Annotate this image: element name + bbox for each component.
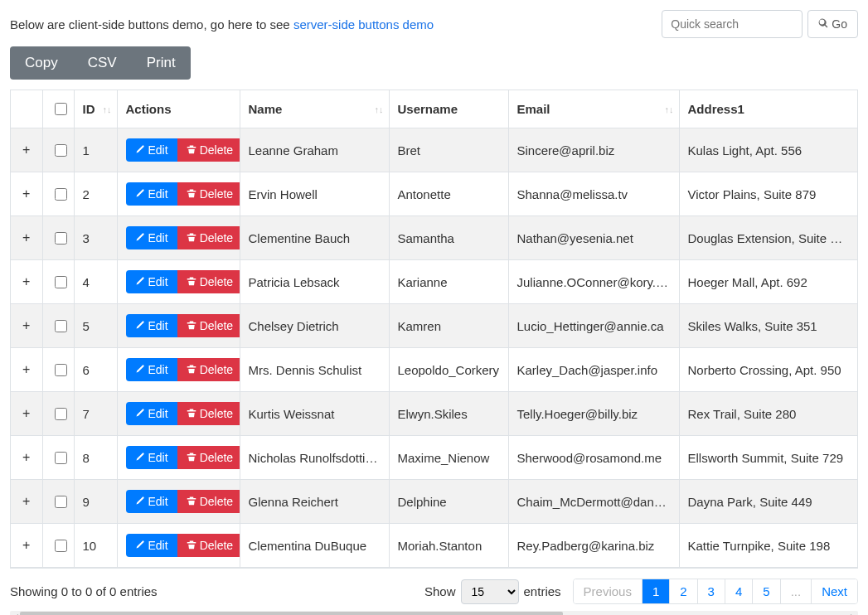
page-size-group: Show 15 entries: [424, 579, 561, 604]
edit-button[interactable]: Edit: [126, 358, 177, 381]
page-size-select[interactable]: 15: [461, 579, 519, 604]
expand-toggle[interactable]: +: [20, 538, 33, 553]
cell-address1: Kulas Light, Apt. 556: [679, 128, 857, 172]
cell-actions: EditDelete: [117, 348, 240, 392]
expand-toggle[interactable]: +: [20, 143, 33, 157]
cell-address1: Rex Trail, Suite 280: [679, 392, 857, 436]
delete-label: Delete: [200, 407, 233, 420]
col-name-header[interactable]: Name↑↓: [240, 90, 389, 128]
delete-button[interactable]: Delete: [177, 226, 240, 249]
scroll-left-icon[interactable]: ◀: [10, 611, 20, 615]
scroll-thumb[interactable]: [20, 612, 563, 615]
horizontal-scrollbar[interactable]: ◀ ▶: [10, 611, 858, 615]
cell-name: Chelsey Dietrich: [240, 304, 389, 348]
expand-toggle[interactable]: +: [20, 318, 33, 333]
pagination-page-4[interactable]: 4: [725, 579, 753, 603]
table-row: +8EditDeleteNicholas Runolfsdottir VMaxi…: [11, 436, 857, 480]
expand-toggle[interactable]: +: [20, 230, 33, 245]
edit-button[interactable]: Edit: [126, 138, 177, 162]
edit-button[interactable]: Edit: [126, 314, 177, 337]
edit-icon: [135, 539, 145, 552]
row-checkbox[interactable]: [55, 452, 67, 464]
cell-actions: EditDelete: [117, 436, 240, 480]
col-select-all-header[interactable]: [42, 90, 74, 128]
edit-icon: [135, 319, 145, 332]
delete-label: Delete: [200, 319, 233, 332]
go-button[interactable]: Go: [807, 10, 858, 38]
cell-name: Clementine Bauch: [240, 216, 389, 260]
delete-button[interactable]: Delete: [177, 182, 240, 206]
cell-actions: EditDelete: [117, 304, 240, 348]
expand-toggle[interactable]: +: [20, 406, 33, 421]
intro-link[interactable]: server-side buttons demo: [293, 17, 434, 31]
cell-actions: EditDelete: [117, 392, 240, 436]
copy-button[interactable]: Copy: [10, 46, 73, 80]
pagination-page-3[interactable]: 3: [698, 579, 725, 603]
intro-text: Below are client-side buttons demo, go h…: [10, 17, 434, 31]
cell-username: Samantha: [389, 216, 508, 260]
cell-username: Elwyn.Skiles: [389, 392, 508, 436]
row-checkbox[interactable]: [55, 232, 67, 245]
delete-button[interactable]: Delete: [177, 314, 240, 337]
edit-button[interactable]: Edit: [126, 226, 177, 249]
delete-button[interactable]: Delete: [177, 446, 240, 469]
table-row: +7EditDeleteKurtis WeissnatElwyn.SkilesT…: [11, 392, 857, 436]
export-toolbar: Copy CSV Print: [10, 46, 191, 80]
pagination-page-5[interactable]: 5: [753, 579, 780, 603]
delete-button[interactable]: Delete: [177, 534, 240, 557]
delete-button[interactable]: Delete: [177, 270, 240, 293]
col-actions-header: Actions: [117, 90, 240, 128]
cell-email: Karley_Dach@jasper.info: [508, 348, 679, 392]
delete-button[interactable]: Delete: [177, 402, 240, 425]
edit-button[interactable]: Edit: [126, 446, 177, 469]
select-all-checkbox[interactable]: [55, 103, 67, 115]
delete-button[interactable]: Delete: [177, 358, 240, 381]
quick-search-group: Go: [662, 10, 858, 38]
expand-toggle[interactable]: +: [20, 450, 33, 465]
delete-button[interactable]: Delete: [177, 490, 240, 513]
col-address1-header[interactable]: Address1: [679, 90, 857, 128]
cell-address1: Hoeger Mall, Apt. 692: [679, 260, 857, 304]
pagination-page-2[interactable]: 2: [670, 579, 697, 603]
col-id-header[interactable]: ID↑↓: [74, 90, 117, 128]
row-checkbox[interactable]: [55, 188, 67, 201]
expand-toggle[interactable]: +: [20, 186, 33, 201]
expand-toggle[interactable]: +: [20, 362, 33, 377]
trash-icon: [187, 275, 196, 288]
pagination-page-1[interactable]: 1: [643, 579, 670, 603]
edit-button[interactable]: Edit: [126, 270, 177, 293]
row-checkbox[interactable]: [55, 144, 67, 157]
print-button[interactable]: Print: [132, 46, 191, 80]
cell-name: Glenna Reichert: [240, 480, 389, 524]
table-row: +4EditDeletePatricia LebsackKarianneJuli…: [11, 260, 857, 304]
row-checkbox[interactable]: [55, 496, 67, 508]
col-username-header[interactable]: Username: [389, 90, 508, 128]
pagination-next[interactable]: Next: [812, 579, 857, 603]
row-checkbox[interactable]: [55, 364, 67, 376]
cell-id: 4: [74, 260, 117, 304]
row-checkbox[interactable]: [55, 408, 67, 420]
expand-toggle[interactable]: +: [20, 274, 33, 289]
csv-button[interactable]: CSV: [73, 46, 132, 80]
row-checkbox[interactable]: [55, 540, 67, 552]
table-row: +3EditDeleteClementine BauchSamanthaNath…: [11, 216, 857, 260]
edit-button[interactable]: Edit: [126, 534, 177, 557]
edit-button[interactable]: Edit: [126, 402, 177, 425]
delete-button[interactable]: Delete: [177, 138, 240, 162]
pagination-previous: Previous: [574, 579, 643, 603]
cell-id: 6: [74, 348, 117, 392]
row-checkbox[interactable]: [55, 320, 67, 332]
expand-toggle[interactable]: +: [20, 494, 33, 509]
pagination: Previous12345...Next: [573, 579, 858, 604]
table-row: +1EditDeleteLeanne GrahamBretSincere@apr…: [11, 128, 857, 172]
scroll-right-icon[interactable]: ▶: [848, 611, 858, 615]
col-email-header[interactable]: Email↑↓: [508, 90, 679, 128]
edit-button[interactable]: Edit: [126, 490, 177, 513]
cell-id: 7: [74, 392, 117, 436]
edit-label: Edit: [148, 275, 168, 288]
delete-label: Delete: [200, 539, 233, 552]
cell-name: Kurtis Weissnat: [240, 392, 389, 436]
row-checkbox[interactable]: [55, 276, 67, 288]
search-input[interactable]: [662, 10, 803, 38]
edit-button[interactable]: Edit: [126, 182, 177, 206]
